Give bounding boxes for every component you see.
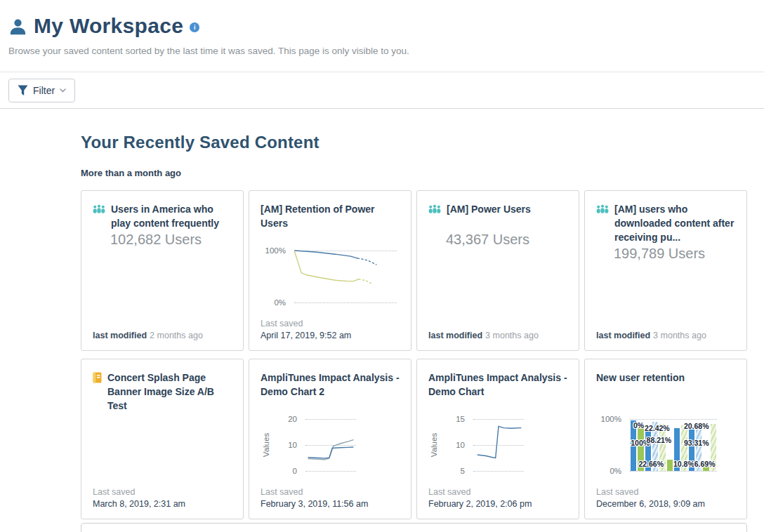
gridline (294, 302, 397, 303)
users-icon (93, 204, 105, 215)
footer-label: Last saved (596, 486, 735, 498)
footer-value: February 2, 2019, 2:06 pm (428, 498, 567, 510)
card-header: [AM] users who downloaded content after … (596, 202, 735, 244)
card-header: New user retention (596, 371, 735, 399)
card-footer: Last savedFebruary 2, 2019, 2:06 pm (428, 486, 567, 510)
card-footer: last modified3 months ago (596, 330, 735, 341)
gridline (630, 471, 717, 472)
footer-value: December 6, 2018, 9:09 am (596, 498, 735, 510)
footer-value: March 8, 2019, 2:31 am (93, 498, 232, 510)
page-subtitle: Browse your saved content sorted by the … (8, 46, 756, 56)
card-header: [AM] Retention of Power Users (261, 202, 400, 230)
card-metric-value: 199,789 Users (614, 246, 735, 262)
info-icon[interactable]: i (190, 22, 199, 32)
footer-value: 3 months ago (653, 331, 706, 340)
footer-value: April 17, 2019, 9:52 am (261, 330, 400, 341)
y-axis-ticks: 100%0% (596, 419, 621, 471)
footer-label: last modified (428, 331, 482, 340)
my-workspace-page: My Workspace i Browse your saved content… (0, 0, 764, 532)
content-card[interactable]: New user retention100%0%0%22.42%20.68%10… (584, 359, 747, 519)
y-tick-label: 0% (274, 298, 286, 307)
y-tick-label: 100% (601, 415, 621, 423)
section-heading: Your Recently Saved Content (81, 133, 764, 152)
time-group-label: More than a month ago (81, 168, 764, 178)
content-card[interactable]: [AM] users who downloaded content after … (584, 190, 747, 351)
filter-toolbar: Filter (0, 72, 764, 109)
card-title[interactable]: [AM] Power Users (447, 202, 531, 216)
footer-label: Last saved (93, 486, 232, 498)
y-axis-ticks: 100%0% (261, 251, 286, 302)
footer-label: Last saved (261, 318, 400, 329)
person-icon (8, 18, 27, 36)
y-tick-label: 0 (293, 467, 297, 475)
y-axis-ticks: 20100 (272, 419, 297, 471)
chart-plot-area: 0%22.42%20.68%100%88.21%93.31%22.66%10.8… (630, 419, 717, 471)
bar-value-label: 10.8% (673, 460, 694, 468)
card-title[interactable]: New user retention (596, 371, 685, 385)
y-tick-label: 20 (288, 415, 297, 423)
card-header: AmpliTunes Impact Analysis - Demo Chart (428, 371, 567, 399)
gridline (630, 419, 717, 420)
gridline (473, 471, 524, 472)
new-user-retention-chart: 100%0%0%22.42%20.68%100%88.21%93.31%22.6… (596, 419, 735, 471)
chart-plot-area (305, 419, 356, 471)
retention-power-users-chart: 100%0% (261, 251, 400, 302)
y-tick-label: 10 (288, 441, 297, 449)
content-card[interactable]: Concert Splash Page Banner Image Size A/… (81, 359, 244, 519)
next-section-panel[interactable] (81, 523, 747, 532)
card-title[interactable]: [AM] Retention of Power Users (261, 202, 400, 230)
card-grid: Users in America who play content freque… (81, 190, 764, 519)
demo-chart-chart: Values15105 (428, 419, 567, 471)
retention-bar (667, 460, 673, 471)
card-footer: Last savedFebruary 3, 2019, 11:56 am (261, 486, 400, 510)
footer-value: 3 months ago (485, 331, 539, 340)
card-footer: Last savedMarch 8, 2019, 2:31 am (93, 486, 232, 510)
y-tick-label: 100% (265, 246, 286, 255)
card-footer: last modified3 months ago (428, 330, 567, 341)
footer-label: last modified (93, 331, 147, 340)
bar-value-label: 88.21% (647, 436, 672, 444)
card-footer: Last savedDecember 6, 2018, 9:09 am (596, 486, 735, 510)
card-title[interactable]: AmpliTunes Impact Analysis - Demo Chart … (261, 371, 400, 399)
page-header: My Workspace i Browse your saved content… (0, 0, 764, 72)
bar-value-label: 6.69% (694, 460, 716, 468)
funnel-icon (18, 85, 28, 96)
filter-button-label: Filter (33, 85, 55, 96)
card-footer: Last savedApril 17, 2019, 9:52 am (261, 318, 400, 341)
y-tick-label: 15 (456, 415, 465, 423)
content-card[interactable]: [AM] Power Users43,367 Userslast modifie… (416, 190, 579, 351)
content-card[interactable]: AmpliTunes Impact Analysis - Demo Chart … (249, 359, 411, 519)
notebook-icon (93, 372, 102, 383)
y-tick-label: 0% (610, 467, 621, 475)
footer-value: February 3, 2019, 11:56 am (261, 498, 400, 510)
content-card[interactable]: [AM] Retention of Power Users100%0%Last … (249, 190, 411, 351)
card-header: Users in America who play content freque… (93, 202, 232, 230)
gridline (305, 471, 356, 472)
content-card[interactable]: Users in America who play content freque… (81, 190, 244, 351)
filter-button[interactable]: Filter (8, 79, 75, 102)
footer-value: 2 months ago (150, 331, 203, 340)
card-header: AmpliTunes Impact Analysis - Demo Chart … (261, 371, 400, 399)
main-content: Your Recently Saved Content More than a … (0, 133, 764, 519)
chevron-down-icon (60, 88, 66, 93)
y-axis-ticks: 15105 (440, 419, 465, 471)
bar-value-label: 0% (633, 421, 644, 430)
card-header: [AM] Power Users (428, 202, 567, 230)
users-icon (428, 204, 441, 215)
bar-value-label: 93.31% (684, 439, 709, 447)
footer-label: last modified (596, 331, 650, 340)
y-axis-label: Values (262, 433, 270, 457)
chart-plot-area (294, 251, 397, 302)
users-icon (596, 204, 609, 215)
card-title[interactable]: Users in America who play content freque… (111, 202, 232, 230)
card-header: Concert Splash Page Banner Image Size A/… (93, 371, 232, 413)
page-title: My Workspace (34, 14, 183, 38)
card-title[interactable]: Concert Splash Page Banner Image Size A/… (107, 371, 232, 413)
bar-value-label: 20.68% (684, 422, 709, 430)
card-title[interactable]: AmpliTunes Impact Analysis - Demo Chart (428, 371, 567, 399)
demo-chart-2-chart: Values20100 (261, 419, 400, 471)
content-card[interactable]: AmpliTunes Impact Analysis - Demo ChartV… (416, 359, 579, 519)
card-title[interactable]: [AM] users who downloaded content after … (614, 202, 735, 244)
bar-value-label: 22.42% (645, 424, 670, 432)
footer-label: Last saved (428, 486, 567, 498)
